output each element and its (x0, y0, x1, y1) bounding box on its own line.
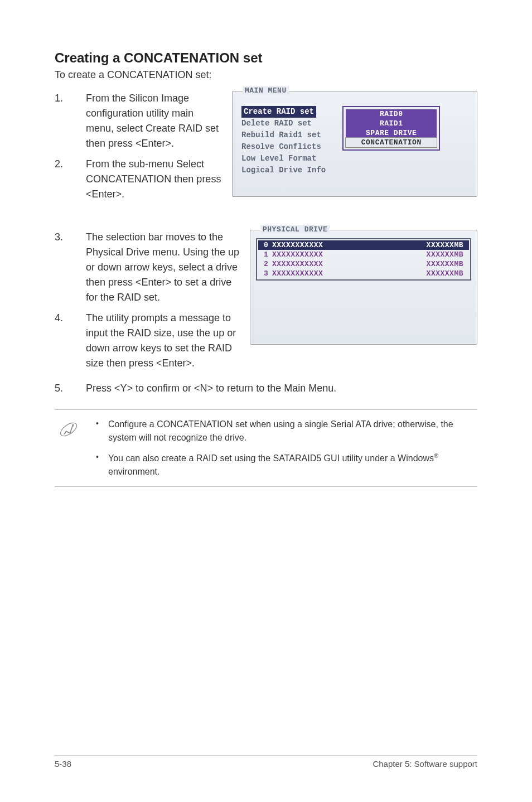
menu-item-create-raid[interactable]: Create RAID set (241, 106, 316, 118)
submenu-raid1[interactable]: RAID1 (346, 119, 437, 128)
step-5: Press <Y> to confirm or <N> to return to… (55, 381, 477, 396)
menu-item-low-level-format[interactable]: Low Level Format (241, 154, 316, 163)
phys-name: XXXXXXXXXXX (272, 250, 427, 259)
main-menu-title: MAIN MENU (243, 86, 289, 95)
main-menu-items: Create RAID set Delete RAID set Rebuild … (241, 106, 326, 176)
physical-drive-title: PHYSICAL DRIVE (260, 225, 330, 234)
phys-size: XXXXXXMB (427, 260, 463, 268)
note-2-sup: ® (434, 452, 438, 459)
phys-size: XXXXXXMB (427, 241, 463, 249)
note-icon (55, 418, 81, 479)
submenu-box: RAID0 RAID1 SPARE DRIVE CONCATENATION (342, 106, 440, 151)
phys-name: XXXXXXXXXXX (272, 241, 427, 249)
submenu-concatenation[interactable]: CONCATENATION (345, 137, 437, 148)
step-4: The utility prompts a message to input t… (55, 311, 240, 371)
step-1: From the Silicon Image configuration uti… (55, 91, 222, 151)
note-items: Configure a CONCATENATION set when using… (93, 418, 472, 479)
footer-left: 5-38 (55, 759, 71, 769)
steps-list-bottom: Press <Y> to confirm or <N> to return to… (55, 381, 477, 396)
menu-item-resolve-conflicts[interactable]: Resolve Conflicts (241, 142, 321, 151)
submenu-raid0[interactable]: RAID0 (346, 109, 437, 119)
note-1: Configure a CONCATENATION set when using… (93, 418, 472, 445)
physical-row[interactable]: 2 XXXXXXXXXXX XXXXXXMB (258, 259, 469, 269)
note-2-pre: You can also create a RAID set using the… (108, 453, 434, 463)
note-block: Configure a CONCATENATION set when using… (55, 409, 477, 487)
page-footer: 5-38 Chapter 5: Software support (55, 755, 477, 769)
section-subtitle: To create a CONCATENATION set: (55, 69, 477, 81)
svg-point-0 (59, 421, 79, 439)
main-menu-panel: MAIN MENU Create RAID set Delete RAID se… (232, 91, 477, 197)
phys-idx: 0 (264, 241, 272, 249)
footer-right: Chapter 5: Software support (373, 759, 477, 769)
note-2: You can also create a RAID set using the… (93, 451, 472, 479)
phys-name: XXXXXXXXXXX (272, 260, 427, 268)
step-3: The selection bar moves to the Physical … (55, 230, 240, 305)
physical-drive-box: 0 XXXXXXXXXXX XXXXXXMB 1 XXXXXXXXXXX XXX… (256, 238, 471, 281)
menu-item-rebuild-raid1[interactable]: Rebuild Raid1 set (241, 131, 321, 139)
phys-size: XXXXXXMB (427, 269, 463, 278)
menu-item-delete-raid[interactable]: Delete RAID set (241, 119, 312, 128)
phys-idx: 2 (264, 260, 272, 268)
phys-idx: 3 (264, 269, 272, 278)
physical-drive-panel: PHYSICAL DRIVE 0 XXXXXXXXXXX XXXXXXMB 1 … (250, 230, 477, 345)
steps-list-top: From the Silicon Image configuration uti… (55, 91, 222, 202)
phys-size: XXXXXXMB (427, 250, 463, 259)
step-2: From the sub-menu Select CONCATENATION t… (55, 157, 222, 202)
physical-row[interactable]: 0 XXXXXXXXXXX XXXXXXMB (258, 240, 469, 250)
note-2-post: environment. (108, 467, 160, 476)
phys-name: XXXXXXXXXXX (272, 269, 427, 278)
phys-idx: 1 (264, 250, 272, 259)
section-heading: Creating a CONCATENATION set (55, 50, 477, 66)
physical-row[interactable]: 1 XXXXXXXXXXX XXXXXXMB (258, 250, 469, 259)
submenu-spare-drive[interactable]: SPARE DRIVE (346, 128, 437, 138)
menu-item-logical-drive-info[interactable]: Logical Drive Info (241, 166, 326, 175)
steps-list-mid: The selection bar moves to the Physical … (55, 230, 240, 371)
physical-row[interactable]: 3 XXXXXXXXXXX XXXXXXMB (258, 269, 469, 278)
